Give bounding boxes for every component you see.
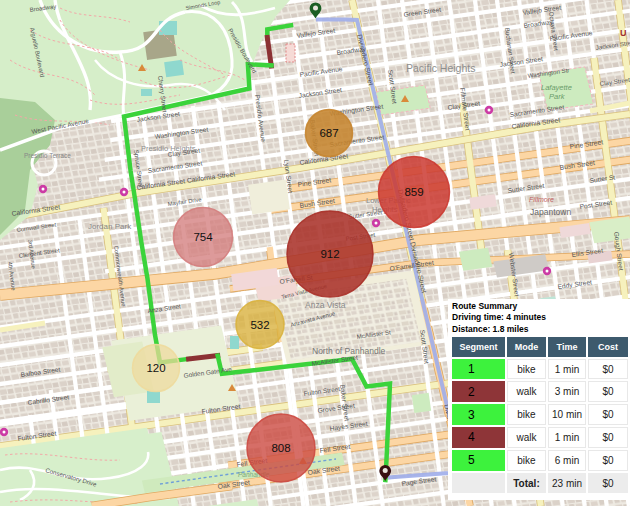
svg-text:120: 120 <box>146 362 165 374</box>
svg-text:Jordan Park: Jordan Park <box>88 222 132 231</box>
svg-text:North of Panhandle: North of Panhandle <box>312 346 386 356</box>
svg-text:Fillmore: Fillmore <box>529 196 554 203</box>
svg-text:Japantown: Japantown <box>530 207 571 217</box>
svg-text:912: 912 <box>320 248 339 260</box>
svg-text:532: 532 <box>250 319 269 331</box>
svg-text:Presidio Terrace: Presidio Terrace <box>24 152 71 159</box>
svg-text:Lafayette: Lafayette <box>541 83 572 92</box>
svg-text:859: 859 <box>404 186 423 198</box>
svg-text:808: 808 <box>271 442 290 454</box>
svg-text:Anza Vista: Anza Vista <box>305 300 346 310</box>
svg-text:Park: Park <box>549 92 566 101</box>
svg-text:Presidio Heights: Presidio Heights <box>141 144 196 153</box>
svg-text:Pacific Heights: Pacific Heights <box>406 62 475 74</box>
svg-text:687: 687 <box>319 127 338 139</box>
svg-text:754: 754 <box>193 231 213 243</box>
svg-text:U: U <box>620 28 627 38</box>
